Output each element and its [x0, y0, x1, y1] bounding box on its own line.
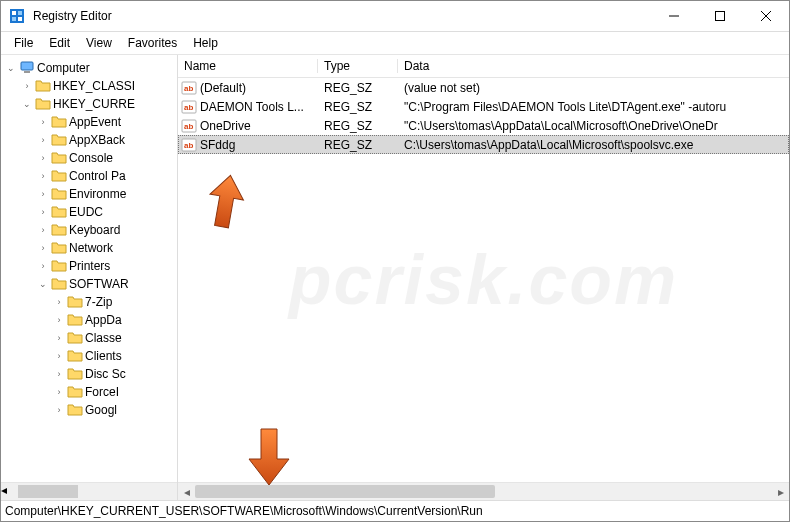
expand-icon[interactable]: › [51, 369, 67, 379]
list-body[interactable]: pcrisk.com ab(Default)REG_SZ(value not s… [178, 78, 789, 482]
expand-icon[interactable]: › [51, 297, 67, 307]
folder-icon [51, 276, 67, 292]
svg-text:ab: ab [184, 122, 193, 131]
column-data[interactable]: Data [398, 59, 789, 73]
minimize-button[interactable] [651, 1, 697, 31]
tree-item[interactable]: ›AppEvent [1, 113, 177, 131]
svg-text:ab: ab [184, 103, 193, 112]
column-type[interactable]: Type [318, 59, 398, 73]
value-type: REG_SZ [318, 138, 398, 152]
folder-icon [67, 402, 83, 418]
tree-item[interactable]: ›Classe [1, 329, 177, 347]
scroll-right-icon[interactable]: ▸ [772, 483, 789, 500]
menu-view[interactable]: View [79, 34, 119, 52]
tree-item[interactable]: ›Network [1, 239, 177, 257]
horizontal-scrollbar[interactable]: ◂ ▸ [178, 482, 789, 500]
value-data: "C:\Users\tomas\AppData\Local\Microsoft\… [398, 119, 789, 133]
svg-rect-4 [18, 17, 22, 21]
expand-icon[interactable]: › [51, 333, 67, 343]
scroll-left-icon[interactable]: ◂ [178, 483, 195, 500]
scroll-thumb[interactable] [18, 485, 78, 498]
folder-icon [51, 240, 67, 256]
expand-icon[interactable]: › [35, 189, 51, 199]
svg-text:ab: ab [184, 141, 193, 150]
expand-icon[interactable]: › [35, 117, 51, 127]
tree-view[interactable]: ⌄ Computer › HKEY_CLASSI ⌄ HKEY_CURRE ›A… [1, 55, 178, 500]
expand-icon[interactable]: › [35, 153, 51, 163]
tree-software[interactable]: ⌄ SOFTWAR [1, 275, 177, 293]
expand-icon[interactable]: › [51, 387, 67, 397]
folder-icon [51, 150, 67, 166]
expand-icon[interactable]: › [19, 81, 35, 91]
titlebar: Registry Editor [1, 1, 789, 32]
folder-icon [51, 114, 67, 130]
expand-icon[interactable]: ⌄ [35, 279, 51, 289]
svg-rect-9 [21, 62, 33, 70]
folder-icon [51, 222, 67, 238]
statusbar: Computer\HKEY_CURRENT_USER\SOFTWARE\Micr… [1, 500, 789, 521]
folder-icon [51, 186, 67, 202]
tree-item[interactable]: ›Console [1, 149, 177, 167]
watermark: pcrisk.com [289, 240, 679, 320]
close-button[interactable] [743, 1, 789, 31]
expand-icon[interactable]: › [51, 351, 67, 361]
string-value-icon: ab [181, 99, 197, 115]
folder-icon [67, 312, 83, 328]
expand-icon[interactable]: ⌄ [3, 63, 19, 73]
value-name: (Default) [200, 81, 246, 95]
tree-item[interactable]: ›Control Pa [1, 167, 177, 185]
expand-icon[interactable]: › [35, 261, 51, 271]
tree-item[interactable]: ›Googl [1, 401, 177, 419]
tree-item[interactable]: ›Disc Sc [1, 365, 177, 383]
expand-icon[interactable]: › [35, 135, 51, 145]
expand-icon[interactable]: › [35, 243, 51, 253]
regedit-icon [9, 8, 25, 24]
list-row[interactable]: ab(Default)REG_SZ(value not set) [178, 78, 789, 97]
maximize-button[interactable] [697, 1, 743, 31]
horizontal-scrollbar[interactable]: ◂ ▸ [1, 482, 177, 500]
expand-icon[interactable]: › [51, 315, 67, 325]
list-header: Name Type Data [178, 55, 789, 78]
tree-item[interactable]: ›EUDC [1, 203, 177, 221]
folder-icon [35, 96, 51, 112]
tree-item[interactable]: ›Environme [1, 185, 177, 203]
tree-item[interactable]: ›Printers [1, 257, 177, 275]
folder-icon [67, 330, 83, 346]
expand-icon[interactable]: ⌄ [19, 99, 35, 109]
svg-rect-6 [716, 12, 725, 21]
list-row[interactable]: abDAEMON Tools L...REG_SZ"C:\Program Fil… [178, 97, 789, 116]
list-row[interactable]: abOneDriveREG_SZ"C:\Users\tomas\AppData\… [178, 116, 789, 135]
menu-favorites[interactable]: Favorites [121, 34, 184, 52]
tree-hive[interactable]: ⌄ HKEY_CURRE [1, 95, 177, 113]
folder-icon [51, 204, 67, 220]
folder-icon [67, 348, 83, 364]
svg-rect-1 [12, 11, 16, 15]
column-name[interactable]: Name [178, 59, 318, 73]
expand-icon[interactable]: › [35, 225, 51, 235]
menu-file[interactable]: File [7, 34, 40, 52]
tree-item[interactable]: ›Clients [1, 347, 177, 365]
expand-icon[interactable]: › [51, 405, 67, 415]
tree-item[interactable]: ›Keyboard [1, 221, 177, 239]
value-data: C:\Users\tomas\AppData\Local\Microsoft\s… [398, 138, 789, 152]
tree-item[interactable]: ›7-Zip [1, 293, 177, 311]
values-list: Name Type Data pcrisk.com ab(Default)REG… [178, 55, 789, 500]
tree-item[interactable]: ›AppXBack [1, 131, 177, 149]
list-row[interactable]: abSFddgREG_SZC:\Users\tomas\AppData\Loca… [178, 135, 789, 154]
value-name: SFddg [200, 138, 235, 152]
tree-hive[interactable]: › HKEY_CLASSI [1, 77, 177, 95]
tree-root[interactable]: ⌄ Computer [1, 59, 177, 77]
tree-item[interactable]: ›ForceI [1, 383, 177, 401]
svg-rect-3 [12, 17, 16, 21]
scroll-thumb[interactable] [195, 485, 495, 498]
expand-icon[interactable]: › [35, 171, 51, 181]
tree-item[interactable]: ›AppDa [1, 311, 177, 329]
folder-icon [51, 168, 67, 184]
window-title: Registry Editor [33, 9, 112, 23]
expand-icon[interactable]: › [35, 207, 51, 217]
menu-edit[interactable]: Edit [42, 34, 77, 52]
svg-text:ab: ab [184, 84, 193, 93]
menu-help[interactable]: Help [186, 34, 225, 52]
value-type: REG_SZ [318, 100, 398, 114]
folder-icon [67, 384, 83, 400]
